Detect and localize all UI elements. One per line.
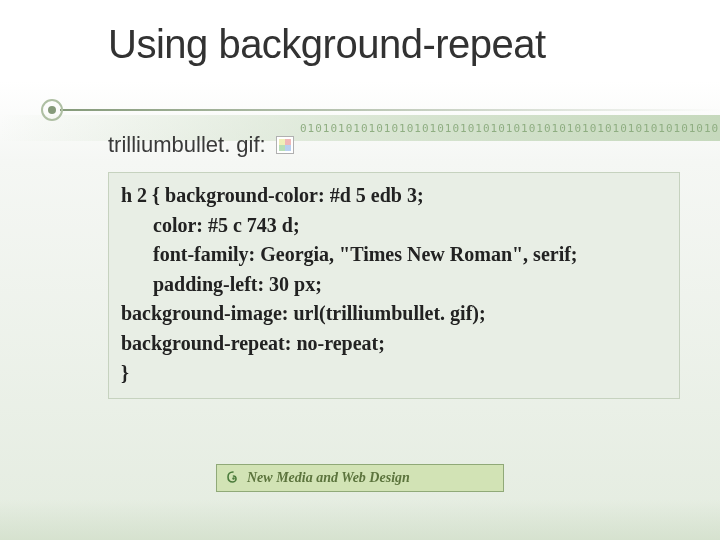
swirl-icon xyxy=(225,470,241,486)
slide-title: Using background-repeat xyxy=(108,22,546,67)
code-line: font-family: Georgia, "Times New Roman",… xyxy=(121,240,667,270)
code-line: color: #5 c 743 d; xyxy=(121,211,667,241)
slide: 0101010101010101010101010101010101010101… xyxy=(0,0,720,540)
slide-content: trilliumbullet. gif: h 2 { background-co… xyxy=(108,128,680,399)
code-line: h 2 { background-color: #d 5 edb 3; xyxy=(121,181,667,211)
footer-badge: New Media and Web Design xyxy=(216,464,504,492)
code-box: h 2 { background-color: #d 5 edb 3; colo… xyxy=(108,172,680,399)
bottom-fade xyxy=(0,500,720,540)
caption-row: trilliumbullet. gif: xyxy=(108,132,680,158)
svg-point-1 xyxy=(48,106,56,114)
divider-line xyxy=(60,109,720,111)
footer-text: New Media and Web Design xyxy=(247,470,410,486)
code-line: background-image: url(trilliumbullet. gi… xyxy=(121,299,667,329)
svg-point-2 xyxy=(232,477,234,479)
code-line: } xyxy=(121,359,667,389)
divider-bullet-icon xyxy=(40,98,64,122)
missing-image-icon xyxy=(276,136,294,154)
code-line: padding-left: 30 px; xyxy=(121,270,667,300)
code-line: background-repeat: no-repeat; xyxy=(121,329,667,359)
caption-text: trilliumbullet. gif: xyxy=(108,132,266,158)
